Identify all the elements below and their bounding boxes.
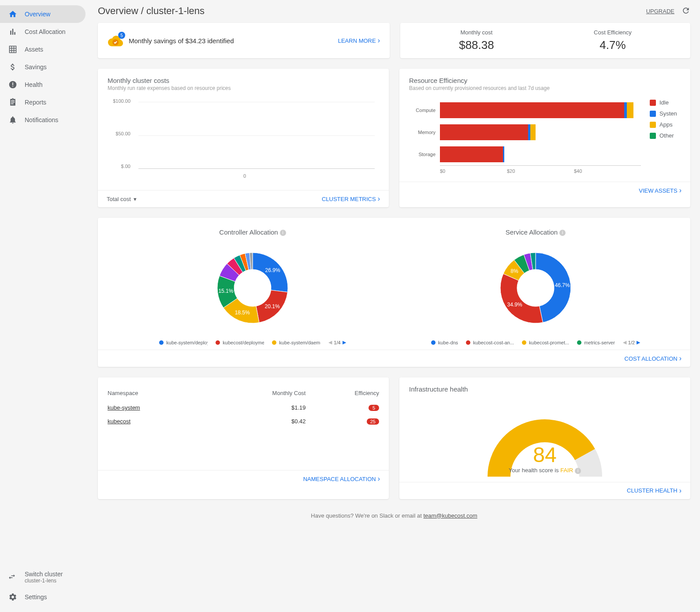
sidebar-item-health[interactable]: Health <box>0 76 86 93</box>
sidebar-item-savings[interactable]: Savings <box>0 58 86 76</box>
clipboard-icon <box>8 98 18 107</box>
resource-efficiency-card: Resource Efficiency Based on currently p… <box>399 69 690 207</box>
cluster-costs-chart: $100.00 $50.00 $.00 0 <box>108 98 379 182</box>
sidebar-label: Assets <box>25 46 43 53</box>
switch-cluster[interactable]: Switch cluster cluster-1-lens <box>0 566 88 588</box>
svg-text:8%: 8% <box>510 268 518 274</box>
savings-badge: 5 <box>118 32 125 39</box>
sidebar-label: Cost Allocation <box>25 28 66 35</box>
cluster-costs-title: Monthly cluster costs <box>108 77 379 84</box>
namespace-table: Namespace Monthly Cost Efficiency kube-s… <box>108 385 379 428</box>
savings-card: 5 Monthly savings of $34.23 identified L… <box>98 23 390 58</box>
sidebar-item-cost-allocation[interactable]: Cost Allocation <box>0 23 86 41</box>
health-text: Your health score is FAIRi <box>409 467 681 474</box>
efficiency-label: Cost Efficiency <box>594 29 632 36</box>
sidebar-item-assets[interactable]: Assets <box>0 41 86 58</box>
cluster-metrics-link[interactable]: CLUSTER METRICS› <box>322 195 380 203</box>
chevron-right-icon: › <box>679 187 681 194</box>
page-footer: Have questions? We're on Slack or email … <box>98 512 690 519</box>
allocations-card: Controller Allocationi 26.9%20.1%18.5%15… <box>98 218 690 367</box>
pager-next[interactable]: ▶ <box>637 340 640 345</box>
cost-allocation-link[interactable]: COST ALLOCATION› <box>625 355 682 362</box>
sidebar-label: Settings <box>25 593 47 601</box>
refresh-icon[interactable] <box>681 6 690 16</box>
cost-cell: $0.42 <box>205 414 305 428</box>
chevron-right-icon: › <box>679 355 681 362</box>
savings-text: Monthly savings of $34.23 identified <box>129 37 234 45</box>
bar-chart-icon <box>8 27 18 36</box>
resource-eff-title: Resource Efficiency <box>409 77 681 84</box>
svg-text:15.1%: 15.1% <box>218 288 233 294</box>
service-alloc-title: Service Allocationi <box>394 228 677 236</box>
monthly-cost-label: Monthly cost <box>459 29 494 36</box>
cluster-costs-card: Monthly cluster costs Monthly run rate e… <box>98 69 389 207</box>
svg-rect-2 <box>12 86 13 87</box>
svg-text:46.7%: 46.7% <box>555 282 570 288</box>
chevron-right-icon: › <box>378 475 380 483</box>
sidebar-label: Overview <box>25 11 50 18</box>
svg-text:20.1%: 20.1% <box>265 303 280 310</box>
switch-cluster-label: Switch cluster <box>25 571 63 578</box>
cluster-costs-subtitle: Monthly run rate expenses based on resou… <box>108 85 379 91</box>
namespace-allocation-link[interactable]: NAMESPACE ALLOCATION› <box>303 475 380 483</box>
infra-health-card: Infrastructure health 84 Your health sco… <box>399 377 690 499</box>
infra-health-title: Infrastructure health <box>409 385 681 393</box>
svg-text:18.5%: 18.5% <box>235 310 250 316</box>
efficiency-value: 4.7% <box>594 38 632 52</box>
grid-icon <box>8 45 18 54</box>
upgrade-link[interactable]: UPGRADE <box>646 8 674 15</box>
chevron-right-icon: › <box>378 195 380 203</box>
gear-icon <box>8 593 18 601</box>
alert-circle-icon <box>8 80 18 89</box>
caret-down-icon: ▾ <box>134 196 137 202</box>
resource-eff-chart: ComputeMemoryStorage$0$20$40 IdleSystenA… <box>409 99 681 174</box>
sidebar-label: Savings <box>25 63 47 71</box>
pager-next[interactable]: ▶ <box>343 340 346 345</box>
health-score: 84 <box>409 443 681 467</box>
sidebar-item-overview[interactable]: Overview <box>0 5 86 23</box>
eff-badge: 5 <box>369 405 379 411</box>
sidebar-item-notifications[interactable]: Notifications <box>0 111 86 129</box>
dollar-icon <box>8 63 18 71</box>
cluster-health-link[interactable]: CLUSTER HEALTH› <box>627 487 681 495</box>
svg-text:26.9%: 26.9% <box>265 267 280 273</box>
monthly-cost-value: $88.38 <box>459 38 494 52</box>
info-icon[interactable]: i <box>559 230 566 236</box>
sidebar-label: Health <box>25 81 42 88</box>
table-row[interactable]: kubecost$0.4225 <box>108 414 379 428</box>
breadcrumb: Overview / cluster-1-lens <box>98 5 205 17</box>
bell-icon <box>8 116 18 124</box>
chevron-right-icon: › <box>378 37 380 45</box>
cloud-check-icon: 5 <box>108 34 123 47</box>
sidebar-nav: Overview Cost Allocation Assets Savings … <box>0 5 88 566</box>
resource-eff-subtitle: Based on currently provisioned resources… <box>409 85 681 91</box>
sidebar-label: Notifications <box>25 116 58 123</box>
svg-rect-1 <box>12 82 13 86</box>
eff-badge: 25 <box>367 418 379 425</box>
cost-cell: $1.19 <box>205 401 305 414</box>
table-row[interactable]: kube-system$1.195 <box>108 401 379 414</box>
namespace-table-card: Namespace Monthly Cost Efficiency kube-s… <box>98 377 389 499</box>
learn-more-link[interactable]: LEARN MORE› <box>338 37 380 45</box>
pager-prev[interactable]: ◀ <box>623 340 626 345</box>
home-icon <box>8 10 18 19</box>
sidebar-item-reports[interactable]: Reports <box>0 93 86 111</box>
sidebar-item-settings[interactable]: Settings <box>0 588 86 606</box>
info-icon[interactable]: i <box>575 468 581 474</box>
info-icon[interactable]: i <box>280 230 286 236</box>
view-assets-link[interactable]: VIEW ASSETS› <box>639 187 681 194</box>
svg-text:34.9%: 34.9% <box>507 302 522 308</box>
total-cost-dropdown[interactable]: Total cost▾ <box>107 196 137 202</box>
ns-cell[interactable]: kube-system <box>108 401 205 414</box>
pager-prev[interactable]: ◀ <box>328 340 332 345</box>
switch-cluster-sub: cluster-1-lens <box>25 578 63 584</box>
controller-alloc-title: Controller Allocationi <box>111 228 394 236</box>
kpi-card: Monthly cost $88.38 Cost Efficiency 4.7% <box>400 23 690 58</box>
chevron-right-icon: › <box>679 487 681 495</box>
service-donut-chart: 46.7%34.9%8% <box>491 244 580 332</box>
footer-email-link[interactable]: team@kubecost.com <box>423 512 477 519</box>
controller-donut-chart: 26.9%20.1%18.5%15.1% <box>209 244 297 332</box>
swap-icon <box>8 573 18 582</box>
sidebar-label: Reports <box>25 99 46 106</box>
ns-cell[interactable]: kubecost <box>108 414 205 428</box>
